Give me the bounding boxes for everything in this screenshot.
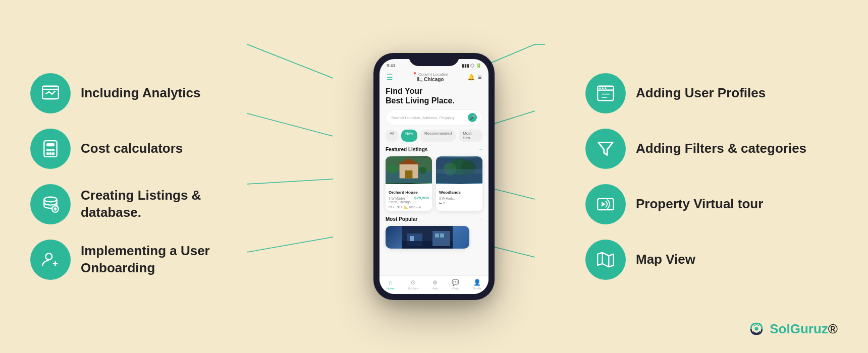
nav-chat[interactable]: 💬 Chat: [452, 279, 459, 290]
svg-rect-45: [435, 233, 439, 238]
listing-image-orchard: [386, 156, 432, 184]
sqft-spec: 📐 2000 sqft.: [404, 205, 422, 209]
profiles-icon: [596, 84, 615, 103]
feature-profiles: Adding User Profiles: [585, 73, 838, 113]
popular-title: Most Popular: [386, 216, 417, 222]
search-placeholder: Search Location, Address, Property: [391, 115, 455, 120]
left-features-panel: Including Analytics Cost calculators: [30, 73, 242, 280]
popular-listings: [386, 226, 482, 249]
svg-line-2: [247, 179, 333, 184]
featured-section-header: Featured Listings →: [386, 147, 482, 152]
popular-card-1[interactable]: [386, 226, 469, 249]
onboarding-label: Implementing a User Onboarding: [81, 243, 242, 277]
phone-content: Find YourBest Living Place. Search Locat…: [379, 86, 489, 249]
logo-text: SolGuruz®: [770, 321, 838, 337]
location-label: 📍 Curernt Location: [393, 72, 467, 77]
svg-point-53: [605, 87, 606, 89]
location-city: IL, Chicago: [393, 77, 467, 82]
virtual-tour-label: Property Virtual tour: [636, 196, 763, 213]
notification-icon[interactable]: 🔔: [467, 74, 475, 81]
listing-gap: [473, 226, 482, 249]
app-title: Find YourBest Living Place.: [386, 86, 482, 105]
chat-icon: 💬: [452, 279, 459, 286]
map-label: Map View: [636, 251, 695, 268]
logo-sol: Sol: [770, 321, 790, 336]
virtual-tour-icon: [596, 195, 615, 214]
map-icon: [596, 250, 615, 269]
beds-spec: 🛏 3: [389, 205, 394, 209]
home-icon: ⌂: [389, 279, 392, 286]
settings-icon[interactable]: ≡: [478, 74, 481, 81]
tab-all[interactable]: All: [386, 130, 398, 142]
status-icons: ▮▮▮ ⬡ 🔋: [462, 63, 481, 68]
nav-add[interactable]: ⊕ Add: [432, 279, 438, 290]
feature-onboarding: Implementing a User Onboarding: [30, 240, 242, 280]
svg-point-20: [44, 197, 57, 202]
menu-icon[interactable]: ☰: [387, 73, 393, 81]
database-icon-circle: [30, 184, 71, 224]
nav-explore-label: Explore: [408, 287, 418, 290]
feature-virtual-tour: Property Virtual tour: [585, 184, 838, 224]
nav-home[interactable]: ⌂ Home: [387, 279, 395, 290]
calculator-icon-circle: [30, 129, 71, 169]
popular-see-all[interactable]: →: [478, 217, 482, 221]
feature-calculator: Cost calculators: [30, 129, 242, 169]
tab-recommended[interactable]: Recommended: [420, 130, 456, 142]
beds-spec-w: 🛏 3: [439, 202, 445, 205]
filters-label: Adding Filters & categories: [636, 140, 806, 157]
filter-icon-circle: [585, 129, 626, 169]
solguruz-logo: SolGuruz®: [747, 320, 838, 338]
featured-see-all[interactable]: →: [478, 147, 482, 152]
right-features-panel: Adding User Profiles Adding Filters & ca…: [585, 73, 838, 280]
nav-home-label: Home: [387, 287, 395, 290]
phone-notch: [409, 53, 459, 66]
mic-button[interactable]: 🎤: [468, 113, 477, 122]
listing-address-w: 3 W Harb...: [439, 197, 479, 200]
featured-title: Featured Listings: [386, 147, 427, 152]
phone-screen: 9:41 ▮▮▮ ⬡ 🔋 ☰ 📍 Curernt Location IL, Ch…: [379, 59, 489, 294]
svg-rect-44: [432, 231, 450, 246]
profiles-label: Adding User Profiles: [636, 85, 766, 102]
status-time: 9:41: [387, 63, 396, 68]
phone-mockup: 9:41 ▮▮▮ ⬡ 🔋 ☰ 📍 Curernt Location IL, Ch…: [373, 53, 495, 300]
listing-info-orchard: Orchard House $25,500 3 W Marble Place, …: [386, 184, 432, 211]
nav-explore[interactable]: ⊙ Explore: [408, 279, 418, 290]
listing-card-orchard[interactable]: Orchard House $25,500 3 W Marble Place, …: [386, 156, 432, 211]
svg-point-24: [46, 253, 52, 260]
tab-new[interactable]: New: [401, 130, 417, 142]
add-icon: ⊕: [432, 279, 438, 286]
svg-line-3: [247, 237, 333, 252]
listing-card-woodlands[interactable]: Woodlands 3 W Harb... 🛏 3: [436, 156, 482, 211]
feature-listings: Creating Listings & database.: [30, 184, 242, 224]
profile-icon: 👤: [473, 279, 481, 286]
search-bar[interactable]: Search Location, Address, Property 🎤: [386, 109, 482, 126]
phone-device: 9:41 ▮▮▮ ⬡ 🔋 ☰ 📍 Curernt Location IL, Ch…: [373, 53, 495, 300]
svg-point-59: [755, 327, 758, 330]
svg-rect-43: [410, 236, 414, 241]
svg-rect-16: [52, 149, 55, 151]
svg-point-52: [602, 87, 604, 89]
listings-label: Creating Listings & database.: [81, 187, 242, 221]
tab-most[interactable]: Most Sea: [459, 130, 482, 142]
nav-add-label: Add: [432, 287, 438, 290]
nav-chat-label: Chat: [452, 287, 459, 290]
calculator-icon: [41, 139, 60, 158]
svg-rect-13: [46, 143, 55, 146]
logo-guruz: Guruz: [790, 321, 828, 336]
main-container: Including Analytics Cost calculators: [0, 0, 868, 353]
feature-filters: Adding Filters & categories: [585, 129, 838, 169]
nav-profile[interactable]: 👤 Profile: [473, 279, 481, 290]
svg-rect-14: [46, 149, 49, 151]
feature-analytics: Including Analytics: [30, 73, 242, 113]
svg-rect-19: [52, 152, 55, 155]
filter-tabs: All New Recommended Most Sea: [386, 130, 482, 142]
svg-marker-56: [598, 253, 614, 267]
analytics-icon: [41, 84, 60, 103]
explore-icon: ⊙: [411, 279, 416, 286]
user-add-icon-circle: [30, 240, 71, 280]
listing-specs-w: 🛏 3: [439, 202, 479, 205]
svg-rect-46: [440, 233, 444, 238]
svg-marker-54: [599, 142, 613, 155]
location-info: 📍 Curernt Location IL, Chicago: [393, 72, 467, 82]
listing-info-woodlands: Woodlands 3 W Harb... 🛏 3: [436, 184, 482, 207]
